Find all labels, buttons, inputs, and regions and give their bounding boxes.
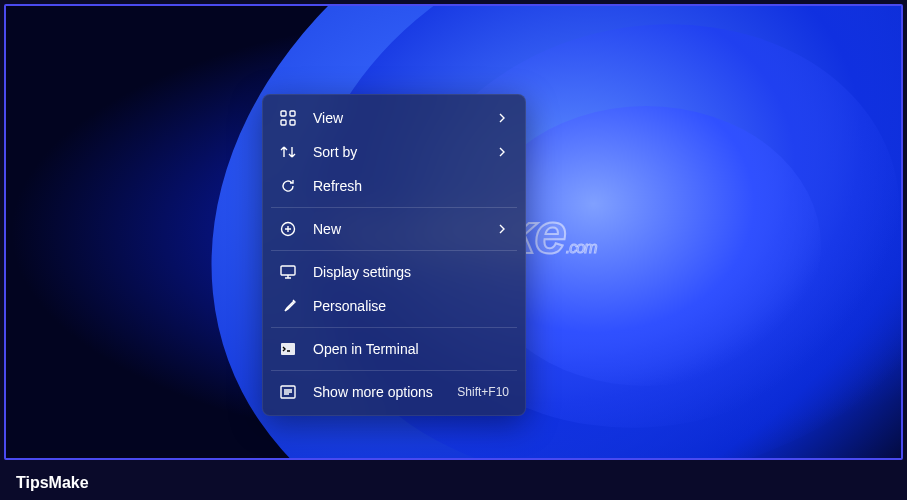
menu-item-display-settings[interactable]: Display settings <box>269 255 519 289</box>
chevron-right-icon <box>495 111 509 125</box>
display-icon <box>279 263 297 281</box>
menu-item-sort-by[interactable]: Sort by <box>269 135 519 169</box>
image-caption: TipsMake <box>16 474 89 492</box>
plus-circle-icon <box>279 220 297 238</box>
refresh-icon <box>279 177 297 195</box>
menu-item-show-more-options[interactable]: Show more options Shift+F10 <box>269 375 519 409</box>
svg-rect-2 <box>281 120 286 125</box>
menu-item-label: View <box>313 110 495 126</box>
menu-item-new[interactable]: New <box>269 212 519 246</box>
svg-rect-3 <box>290 120 295 125</box>
menu-item-shortcut: Shift+F10 <box>457 385 509 399</box>
menu-item-view[interactable]: View <box>269 101 519 135</box>
svg-rect-6 <box>281 343 295 355</box>
menu-item-label: Show more options <box>313 384 457 400</box>
menu-separator <box>271 207 517 208</box>
menu-item-refresh[interactable]: Refresh <box>269 169 519 203</box>
menu-item-personalise[interactable]: Personalise <box>269 289 519 323</box>
menu-item-open-in-terminal[interactable]: Open in Terminal <box>269 332 519 366</box>
desktop-context-menu: View Sort by Refresh New <box>262 94 526 416</box>
menu-separator <box>271 327 517 328</box>
svg-rect-1 <box>290 111 295 116</box>
desktop-wallpaper[interactable]: TipsMake.com View Sort by Refres <box>4 4 903 460</box>
brush-icon <box>279 297 297 315</box>
svg-rect-0 <box>281 111 286 116</box>
more-options-icon <box>279 383 297 401</box>
menu-item-label: Sort by <box>313 144 495 160</box>
menu-item-label: New <box>313 221 495 237</box>
menu-item-label: Refresh <box>313 178 509 194</box>
svg-rect-5 <box>281 266 295 275</box>
menu-separator <box>271 250 517 251</box>
sort-icon <box>279 143 297 161</box>
menu-item-label: Personalise <box>313 298 509 314</box>
terminal-icon <box>279 340 297 358</box>
menu-item-label: Open in Terminal <box>313 341 509 357</box>
menu-item-label: Display settings <box>313 264 509 280</box>
grid-icon <box>279 109 297 127</box>
chevron-right-icon <box>495 145 509 159</box>
menu-separator <box>271 370 517 371</box>
chevron-right-icon <box>495 222 509 236</box>
